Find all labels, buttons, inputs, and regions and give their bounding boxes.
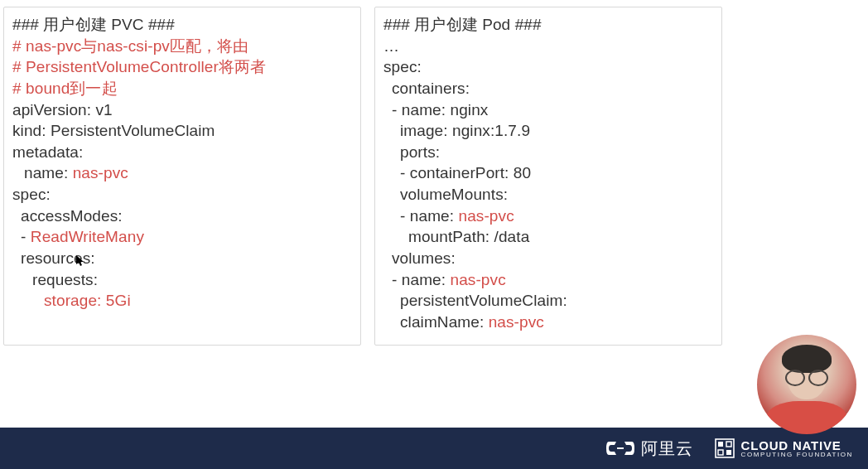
- accessmode-val: ReadWriteMany: [31, 228, 144, 245]
- slide-content: ### 用户创建 PVC ### # nas-pvc与nas-csi-pv匹配，…: [0, 0, 868, 346]
- aliyun-brand: 阿里云: [606, 438, 693, 460]
- apiVersion-key: apiVersion:: [12, 101, 96, 118]
- pod-volumes: volumes:: [383, 248, 713, 269]
- presenter-avatar: [757, 335, 856, 434]
- pvc-comment-3: # bound到一起: [12, 78, 352, 99]
- cncf-title: CLOUD NATIVE: [741, 439, 853, 452]
- storage-val: 5Gi: [106, 292, 131, 309]
- pod-v-name: - name: nas-pvc: [383, 269, 713, 291]
- claimname-val: nas-pvc: [489, 313, 544, 331]
- pvc-yaml-box: ### 用户创建 PVC ### # nas-pvc与nas-csi-pv匹配，…: [3, 7, 361, 346]
- cncf-icon: [715, 438, 735, 458]
- pvc-storage: storage: 5Gi: [12, 290, 352, 312]
- cncf-subtitle: COMPUTING FOUNDATION: [741, 452, 853, 458]
- pvc-name: name: nas-pvc: [12, 162, 352, 184]
- vm-name-val: nas-pvc: [459, 207, 514, 225]
- pod-yaml-box: ### 用户创建 Pod ### … spec: containers: - n…: [374, 7, 722, 346]
- pvc-comment-1: # nas-pvc与nas-csi-pv匹配，将由: [12, 36, 352, 57]
- name-key: name:: [24, 164, 73, 181]
- aliyun-text: 阿里云: [641, 438, 693, 460]
- pvc-metadata: metadata:: [12, 142, 352, 163]
- pvc-resources: resources:: [12, 248, 352, 269]
- cncf-brand: CLOUD NATIVE COMPUTING FOUNDATION: [715, 438, 853, 458]
- storage-key: storage:: [44, 292, 106, 309]
- pod-c-port-item: - containerPort: 80: [383, 162, 713, 184]
- claimname-key: claimName:: [400, 313, 489, 331]
- aliyun-icon: [606, 439, 634, 457]
- pvc-kind: kind: PersistentVolumeClaim: [12, 120, 352, 142]
- kind-val: PersistentVolumeClaim: [51, 122, 215, 139]
- svg-rect-2: [718, 442, 723, 447]
- pod-c-name: - name: nginx: [383, 99, 713, 121]
- kind-key: kind:: [12, 122, 51, 139]
- pvc-requests: requests:: [12, 269, 352, 291]
- pod-vm-name: - name: nas-pvc: [383, 205, 713, 227]
- pod-vm-mountpath: mountPath: /data: [383, 226, 713, 248]
- svg-rect-3: [726, 442, 731, 447]
- pvc-accessmodes: accessModes:: [12, 205, 352, 227]
- pod-volumemounts: volumeMounts:: [383, 184, 713, 205]
- v-name-val: nas-pvc: [451, 271, 506, 288]
- pod-containers: containers:: [383, 78, 713, 99]
- name-val: nas-pvc: [73, 164, 128, 181]
- pod-c-image: image: nginx:1.7.9: [383, 120, 713, 142]
- pvc-spec: spec:: [12, 184, 352, 205]
- pod-c-ports: ports:: [383, 142, 713, 163]
- v-name-key: - name:: [392, 271, 451, 288]
- svg-rect-0: [617, 447, 624, 449]
- footer-bar: 阿里云 CLOUD NATIVE COMPUTING FOUNDATION: [0, 428, 868, 469]
- pod-pvc-key: persistentVolumeClaim:: [383, 290, 713, 312]
- pod-header: ### 用户创建 Pod ###: [383, 14, 713, 36]
- pod-spec: spec:: [383, 56, 713, 78]
- pvc-header: ### 用户创建 PVC ###: [12, 14, 352, 36]
- vm-name-key: - name:: [400, 207, 459, 225]
- svg-rect-5: [726, 450, 731, 455]
- pvc-comment-2: # PersistentVolumeController将两者: [12, 56, 352, 78]
- pod-claimname: claimName: nas-pvc: [383, 312, 713, 333]
- pvc-accessmode-item: - ReadWriteMany: [12, 226, 352, 248]
- apiVersion-val: v1: [96, 101, 113, 118]
- pvc-apiversion: apiVersion: v1: [12, 99, 352, 121]
- cncf-text: CLOUD NATIVE COMPUTING FOUNDATION: [741, 439, 853, 458]
- svg-rect-4: [718, 450, 723, 455]
- dash: -: [21, 228, 31, 245]
- pod-ellipsis: …: [383, 36, 713, 57]
